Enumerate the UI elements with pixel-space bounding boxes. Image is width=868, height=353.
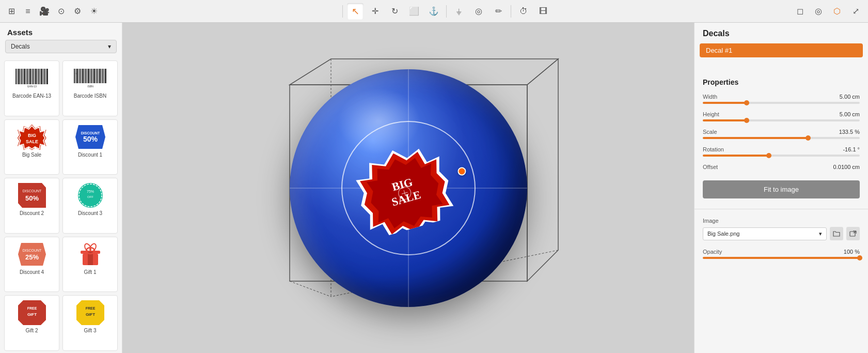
svg-rect-26 bbox=[76, 69, 78, 83]
asset-gift3[interactable]: FREE GIFT Gift 3 bbox=[62, 295, 118, 351]
rotation-thumb[interactable] bbox=[766, 153, 771, 158]
fit-to-image-button[interactable]: Fit to image bbox=[703, 180, 860, 198]
chevron-down-icon: ▾ bbox=[819, 231, 822, 237]
properties-section: Properties Width 5.00 cm Heigh bbox=[695, 71, 868, 177]
width-slider[interactable] bbox=[703, 102, 860, 104]
divider1 bbox=[695, 209, 868, 209]
barcode-isbn-thumb: ISBN 978 bbox=[72, 64, 109, 92]
svg-text:25%: 25% bbox=[25, 253, 38, 261]
camera-icon[interactable]: 🎥 bbox=[37, 4, 52, 19]
width-property: Width 5.00 cm bbox=[703, 94, 860, 104]
svg-rect-16 bbox=[38, 69, 39, 84]
paint-tool[interactable]: ✏ bbox=[490, 3, 507, 20]
rotation-label: Rotation bbox=[703, 146, 724, 152]
scale-value: 133.5 % bbox=[839, 129, 860, 135]
settings-icon[interactable]: ⚙ bbox=[70, 4, 85, 19]
asset-discount3[interactable]: 75% OFF Discount 3 bbox=[62, 178, 118, 234]
main-area: Assets Decals ▾ bbox=[0, 23, 868, 353]
scale-thumb[interactable] bbox=[806, 135, 811, 141]
height-slider[interactable] bbox=[703, 119, 860, 121]
opacity-slider[interactable] bbox=[703, 257, 860, 259]
discount2-label: Discount 2 bbox=[20, 210, 44, 216]
image-open-button[interactable] bbox=[846, 227, 860, 240]
height-property: Height 5.00 cm bbox=[703, 111, 860, 121]
svg-rect-35 bbox=[90, 69, 90, 83]
orbit-tool[interactable]: ◎ bbox=[470, 3, 487, 20]
asset-discount4[interactable]: DISCOUNT 25% Discount 4 bbox=[4, 237, 59, 293]
target-icon[interactable]: ⊙ bbox=[54, 4, 68, 19]
grid-icon[interactable]: ⊞ bbox=[4, 4, 19, 19]
rotate-tool[interactable]: ↻ bbox=[386, 3, 403, 20]
offset-unit: cm bbox=[852, 164, 860, 170]
svg-text:DISCOUNT: DISCOUNT bbox=[81, 131, 100, 135]
sphere-body: BIG SALE bbox=[290, 69, 527, 307]
svg-marker-80 bbox=[527, 59, 558, 281]
expand-view-icon[interactable]: ⤢ bbox=[847, 3, 864, 20]
clock-tool[interactable]: ⏱ bbox=[515, 3, 532, 20]
offset-value: 0.0100 cm bbox=[833, 164, 860, 170]
gift1-thumb bbox=[72, 240, 109, 268]
sphere[interactable]: BIG SALE bbox=[290, 69, 527, 307]
opacity-label: Opacity bbox=[703, 249, 722, 255]
scale-slider[interactable] bbox=[703, 137, 860, 139]
discount2-thumb: DISCOUNT 50% bbox=[13, 181, 51, 209]
film-tool[interactable]: 🎞 bbox=[535, 3, 551, 20]
svg-rect-46 bbox=[105, 69, 106, 83]
dropdown-label: Decals bbox=[11, 43, 30, 50]
box-view-icon[interactable]: ⬡ bbox=[829, 3, 845, 20]
svg-rect-2 bbox=[18, 69, 20, 84]
right-panel: Decals Decal #1 Properties Width 5.00 cm bbox=[694, 23, 868, 353]
opacity-value: 100 % bbox=[844, 249, 860, 255]
asset-discount2[interactable]: DISCOUNT 50% Discount 2 bbox=[4, 178, 59, 234]
svg-rect-39 bbox=[96, 69, 96, 83]
asset-gift2[interactable]: FREE GIFT Gift 2 bbox=[4, 295, 59, 351]
svg-rect-45 bbox=[104, 69, 104, 83]
decal-tab[interactable]: Decal #1 bbox=[700, 43, 863, 57]
discount1-thumb: DISCOUNT 50% bbox=[72, 123, 109, 151]
asset-gift1[interactable]: Gift 1 bbox=[62, 237, 118, 293]
asset-barcode-isbn[interactable]: ISBN 978 Barcode ISBN bbox=[62, 60, 118, 116]
image-folder-button[interactable] bbox=[830, 227, 843, 240]
asset-big-sale[interactable]: BIG SALE Big Sale bbox=[4, 119, 59, 175]
svg-rect-11 bbox=[31, 69, 32, 84]
width-thumb[interactable] bbox=[744, 100, 749, 105]
svg-text:FREE: FREE bbox=[85, 306, 95, 310]
height-unit: cm bbox=[852, 111, 860, 117]
chevron-down-icon: ▾ bbox=[108, 43, 111, 50]
svg-text:DISCOUNT: DISCOUNT bbox=[22, 249, 41, 252]
cursor-tool[interactable]: ↖ bbox=[347, 3, 364, 20]
svg-rect-34 bbox=[88, 69, 89, 83]
height-thumb[interactable] bbox=[744, 118, 749, 123]
rotation-fill bbox=[703, 155, 769, 157]
sun-icon[interactable]: ☀ bbox=[87, 4, 101, 19]
svg-text:OFF: OFF bbox=[87, 195, 93, 198]
rotation-slider[interactable] bbox=[703, 155, 860, 157]
sphere-view-icon[interactable]: ◎ bbox=[810, 3, 827, 20]
properties-title: Properties bbox=[703, 78, 860, 86]
svg-text:GIFT: GIFT bbox=[27, 312, 36, 317]
asset-barcode-ean13[interactable]: EAN-13 Barcode EAN-13 bbox=[4, 60, 59, 116]
canvas-area[interactable]: BIG SALE bbox=[122, 23, 694, 353]
assets-dropdown[interactable]: Decals ▾ bbox=[5, 40, 117, 53]
asset-discount1[interactable]: DISCOUNT 50% Discount 1 bbox=[62, 119, 118, 175]
panel-title: Decals bbox=[695, 23, 868, 40]
svg-text:50%: 50% bbox=[25, 194, 38, 202]
svg-rect-9 bbox=[28, 69, 29, 84]
svg-rect-6 bbox=[24, 69, 25, 84]
cube-view-icon[interactable]: ◻ bbox=[792, 3, 808, 20]
svg-rect-14 bbox=[35, 69, 37, 84]
opacity-thumb[interactable] bbox=[857, 255, 862, 260]
offset-property: Offset 0.0100 cm bbox=[703, 164, 860, 170]
image-select[interactable]: Big Sale.png ▾ bbox=[703, 227, 827, 240]
svg-text:EAN-13: EAN-13 bbox=[27, 85, 37, 88]
big-sale-thumb: BIG SALE bbox=[13, 123, 51, 151]
screen-tool[interactable]: ⬜ bbox=[406, 3, 422, 20]
height-label: Height bbox=[703, 111, 719, 117]
platform-tool[interactable]: ⏚ bbox=[451, 3, 467, 20]
svg-text:SALE: SALE bbox=[25, 139, 38, 144]
menu-icon[interactable]: ≡ bbox=[21, 4, 35, 19]
svg-rect-0 bbox=[15, 69, 17, 84]
anchor-tool[interactable]: ⚓ bbox=[425, 3, 442, 20]
move-tool[interactable]: ✛ bbox=[367, 3, 383, 20]
svg-rect-31 bbox=[84, 69, 85, 83]
